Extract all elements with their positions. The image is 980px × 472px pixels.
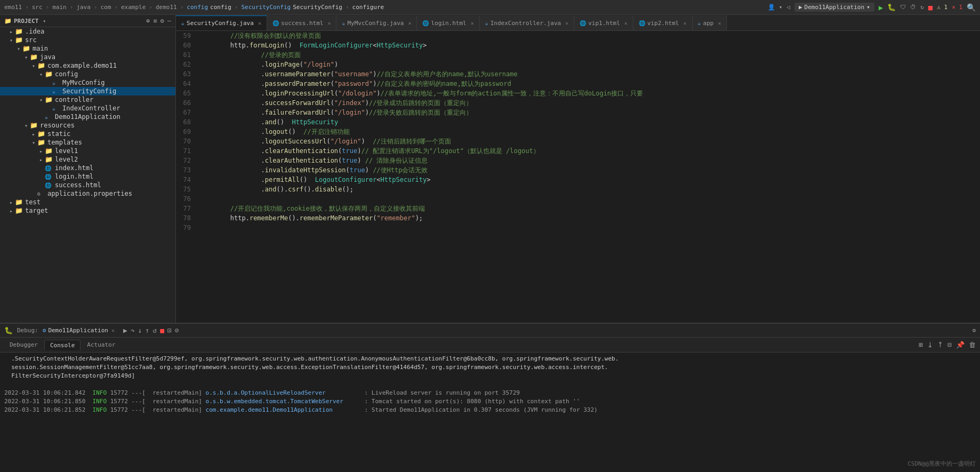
tab-icon-vip2: 🌐 [639, 20, 645, 27]
tree-item-src[interactable]: ▾📁src [0, 36, 175, 44]
tab-SecurityConfig[interactable]: ☕SecurityConfig.java✕ [176, 15, 267, 30]
app-selector[interactable]: ▶ Demo11Application ▾ [794, 3, 874, 12]
tab-success[interactable]: 🌐success.html✕ [267, 15, 337, 30]
debug-session-name[interactable]: Demo11Application [48, 327, 108, 334]
tab-close-login[interactable]: ✕ [471, 20, 474, 26]
stop-button[interactable]: ■ [928, 3, 933, 12]
tree-item-config[interactable]: ▾📁config [0, 70, 175, 78]
breadcrumb-item[interactable]: java [76, 4, 91, 11]
debug-button[interactable]: 🐛 [887, 3, 896, 11]
tree-item-MyMvcConfig[interactable]: ☕MyMvcConfig [0, 78, 175, 87]
search-icon[interactable]: 🔍 [967, 3, 976, 12]
tree-item-resources[interactable]: ▾📁resources [0, 121, 175, 130]
tree-item-Demo11Application[interactable]: ☕Demo11Application [0, 113, 175, 121]
run-button[interactable]: ▶ [879, 3, 883, 12]
tree-item-SecurityConfig[interactable]: ☕SecurityConfig [0, 87, 175, 95]
step-over-button[interactable]: ↷ [131, 326, 135, 334]
tab-debugger[interactable]: Debugger [4, 340, 43, 350]
close-session-icon[interactable]: ✕ [111, 327, 115, 333]
mute-breakpoints[interactable]: ⊘ [175, 326, 179, 334]
code-line-65: 65 .loginProcessingUrl("/dologin")//表单请求… [180, 89, 976, 98]
tree-item-login.html[interactable]: 🌐login.html [0, 172, 175, 181]
tab-console[interactable]: Console [44, 340, 81, 350]
tree-item-application.properties[interactable]: ⚙application.properties [0, 189, 175, 198]
tree-item-java[interactable]: ▾📁java [0, 53, 175, 61]
tabs-bar: ☕SecurityConfig.java✕🌐success.html✕☕MyMv… [176, 15, 980, 31]
clear-icon[interactable]: 🗑 [969, 341, 976, 349]
editor-wrapper: 59 //没有权限会到默认的登录页面60 http.formLogin() Fo… [176, 31, 980, 323]
tree-item-IndexController[interactable]: ☕IndexController [0, 104, 175, 113]
minimize-icon[interactable]: — [167, 17, 171, 25]
code-editor[interactable]: 59 //没有权限会到默认的登录页面60 http.formLogin() Fo… [176, 31, 980, 323]
code-line-68: 68 .and() HttpSecurity [180, 117, 976, 127]
tree-item-controller[interactable]: ▾📁controller [0, 95, 175, 104]
code-line-66: 66 .successForwardUrl("/index")//登录成功后跳转… [180, 98, 976, 108]
user-icon[interactable]: 👤 ▾ [768, 4, 782, 11]
settings-icon[interactable]: ⚙ [972, 327, 976, 334]
tree-item-index.html[interactable]: 🌐index.html [0, 164, 175, 172]
tree-item-target[interactable]: ▸📁target [0, 206, 175, 215]
collapse-icon[interactable]: ⊕ [146, 17, 150, 25]
tab-close-vip2[interactable]: ✕ [683, 20, 686, 26]
expand-icon[interactable]: ≡ [153, 17, 157, 25]
coverage-button[interactable]: 🛡 [900, 4, 906, 11]
breadcrumb-item[interactable]: src [32, 4, 43, 11]
breadcrumb-item[interactable]: demo11 [156, 4, 177, 11]
fold-icon[interactable]: ⊟ [947, 341, 952, 349]
filter-icon[interactable]: ⊞ [919, 341, 923, 349]
pin-icon[interactable]: 📌 [956, 341, 965, 349]
scroll-up-icon[interactable]: ⤒ [937, 341, 943, 349]
resume-button[interactable]: ▶ [123, 326, 127, 334]
profiler-button[interactable]: ⏱ [910, 4, 916, 11]
tab-icon-success: 🌐 [272, 20, 279, 27]
tree-item-level2[interactable]: ▸📁level2 [0, 155, 175, 164]
tree-item-test[interactable]: ▸📁test [0, 198, 175, 206]
tab-IndexController[interactable]: ☕IndexController.java✕ [480, 15, 575, 30]
file-tree: ▸📁.idea▾📁src▾📁main▾📁java▾📁com.example.de… [0, 27, 175, 215]
breadcrumb-active[interactable]: config [187, 4, 208, 11]
breadcrumb-item[interactable]: com [101, 4, 111, 11]
back-icon[interactable]: ◁ [786, 4, 790, 11]
tab-vip2[interactable]: 🌐vip2.html✕ [633, 15, 693, 30]
tree-item-main[interactable]: ▾📁main [0, 44, 175, 53]
code-line-59: 59 //没有权限会到默认的登录页面 [180, 31, 976, 41]
tree-item-success.html[interactable]: 🌐success.html [0, 181, 175, 189]
warning-badge[interactable]: ⚠ 1 [937, 4, 947, 11]
console-line: .SecurityContextHolderAwareRequestFilter… [4, 355, 976, 363]
file-icon-idea: 📁 [15, 28, 23, 35]
step-out-button[interactable]: ↑ [145, 326, 149, 334]
stop-debug-button[interactable]: ■ [160, 326, 164, 334]
tab-vip1[interactable]: 🌐vip1.html✕ [574, 15, 633, 30]
spring-boot-icon: ⚙ [43, 327, 46, 334]
tree-item-com.example.demo11[interactable]: ▾📁com.example.demo11 [0, 61, 175, 70]
code-content: 59 //没有权限会到默认的登录页面60 http.formLogin() Fo… [176, 31, 980, 323]
error-badge[interactable]: ✕ 1 [952, 4, 962, 11]
tab-MyMvcConfig[interactable]: ☕MyMvcConfig.java✕ [336, 15, 417, 30]
view-breakpoints[interactable]: ⊡ [167, 326, 172, 334]
tabs-container: ☕SecurityConfig.java✕🌐success.html✕☕MyMv… [176, 15, 727, 30]
tree-item-static[interactable]: ▸📁static [0, 130, 175, 138]
gear-icon[interactable]: ⚙ [160, 17, 164, 25]
tree-item-level1[interactable]: ▸📁level1 [0, 147, 175, 155]
tree-item-templates[interactable]: ▾📁templates [0, 138, 175, 147]
tab-app[interactable]: ☕app✕ [693, 15, 727, 30]
tree-item-idea[interactable]: ▸📁.idea [0, 27, 175, 36]
reload-button[interactable]: ↻ [920, 4, 924, 11]
project-icon: 📁 [4, 18, 12, 25]
tab-login[interactable]: 🌐login.html✕ [417, 15, 479, 30]
tab-close-app[interactable]: ✕ [718, 20, 721, 26]
console-line: 2022-03-31 10:06:21.842 INFO 15772 ---[ … [4, 389, 976, 397]
tab-close-MyMvcConfig[interactable]: ✕ [408, 20, 411, 26]
tab-close-success[interactable]: ✕ [327, 20, 331, 26]
breadcrumb-item[interactable]: main [52, 4, 67, 11]
step-into-button[interactable]: ↓ [138, 326, 142, 334]
tab-close-SecurityConfig[interactable]: ✕ [258, 20, 261, 26]
tab-close-vip1[interactable]: ✕ [624, 20, 628, 26]
breadcrumb-item[interactable]: emo11 [4, 4, 22, 11]
breadcrumb-item[interactable]: example [121, 4, 146, 11]
code-line-77: 77 //开启记住我功能,cookie接收，默认保存两周，自定义接收其前端 [180, 204, 976, 213]
tab-actuator[interactable]: Actuator [82, 340, 121, 350]
tab-close-IndexController[interactable]: ✕ [565, 20, 568, 26]
scroll-down-icon[interactable]: ⤓ [927, 341, 933, 349]
restart-button[interactable]: ↺ [152, 326, 157, 334]
